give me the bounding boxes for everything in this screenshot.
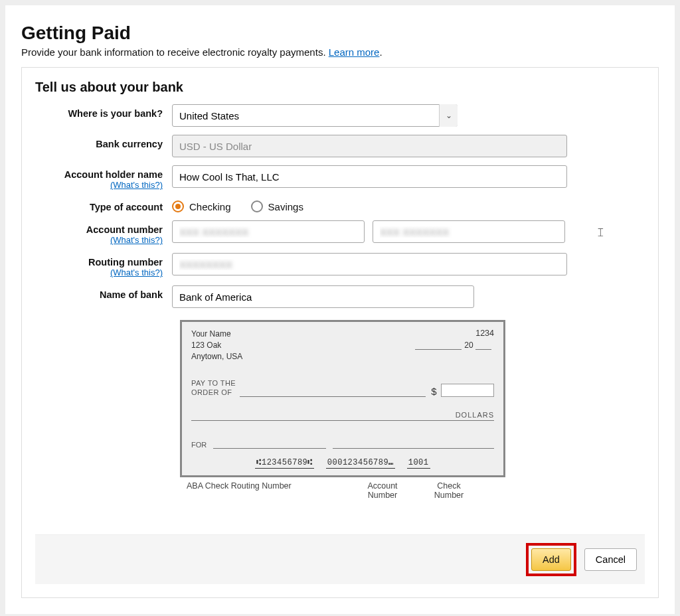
label-account-num: Account number <box>86 224 163 235</box>
check-pay-label: PAY TO THE ORDER OF <box>191 379 236 396</box>
routing-help-link[interactable]: (What's this?) <box>35 268 163 277</box>
bank-country-select[interactable]: United States <box>172 104 458 127</box>
radio-checked-icon <box>172 200 184 212</box>
subtitle-post: . <box>379 46 382 58</box>
micr-account: 000123456789⑉ <box>326 458 395 469</box>
bank-name-input[interactable] <box>172 285 474 308</box>
routing-number-input[interactable] <box>172 253 567 275</box>
check-name-line1: Your Name <box>191 329 242 340</box>
check-amount-box <box>441 384 494 397</box>
account-number-input[interactable] <box>172 220 365 243</box>
type-checking-radio[interactable]: Checking <box>172 200 231 212</box>
micr-check: 1001 <box>407 458 430 469</box>
add-button-highlight: Add <box>526 543 576 576</box>
check-label-check: Check Number <box>426 481 472 514</box>
label-currency: Bank currency <box>35 135 172 149</box>
micr-routing: ⑆123456789⑆ <box>255 458 313 469</box>
check-name-line3: Anytown, USA <box>191 351 242 362</box>
type-checking-label: Checking <box>189 201 231 212</box>
check-number: 1234 <box>415 329 494 338</box>
check-name-line2: 123 Oak <box>191 340 242 351</box>
check-dollars-label: DOLLARS <box>452 411 494 419</box>
bank-panel: Tell us about your bank Where is your ba… <box>21 67 659 598</box>
form-footer: Add Cancel <box>35 534 645 584</box>
check-for-label: FOR <box>191 441 207 449</box>
type-savings-label: Savings <box>268 201 303 212</box>
account-number-confirm-input[interactable] <box>373 220 565 243</box>
section-title: Tell us about your bank <box>35 80 645 95</box>
sample-check-illustration: Your Name 123 Oak Anytown, USA 1234 20 P… <box>180 320 512 508</box>
label-where: Where is your bank? <box>35 104 172 119</box>
check-date-prefix: 20 <box>464 341 473 350</box>
account-holder-input[interactable] <box>172 165 567 188</box>
dollar-sign-icon: $ <box>431 386 437 397</box>
label-routing: Routing number <box>88 257 163 268</box>
page-title: Getting Paid <box>21 23 659 44</box>
label-bank-name: Name of bank <box>35 285 172 300</box>
holder-help-link[interactable]: (What's this?) <box>35 180 163 190</box>
type-savings-radio[interactable]: Savings <box>251 200 303 212</box>
text-cursor-icon: 𝙸 <box>596 226 605 240</box>
subtitle-text: Provide your bank information to receive… <box>21 46 329 58</box>
learn-more-link[interactable]: Learn more <box>329 46 380 58</box>
account-num-help-link[interactable]: (What's this?) <box>35 235 163 245</box>
label-type: Type of account <box>35 198 172 212</box>
check-label-account: Account Number <box>359 481 406 514</box>
label-holder: Account holder name <box>64 169 163 180</box>
bank-currency-field <box>172 135 567 157</box>
check-label-routing: ABA Check Routing Number <box>187 481 292 505</box>
cancel-button[interactable]: Cancel <box>584 548 637 571</box>
add-button[interactable]: Add <box>531 548 571 571</box>
radio-unchecked-icon <box>251 200 263 212</box>
page-subtitle: Provide your bank information to receive… <box>21 46 659 58</box>
